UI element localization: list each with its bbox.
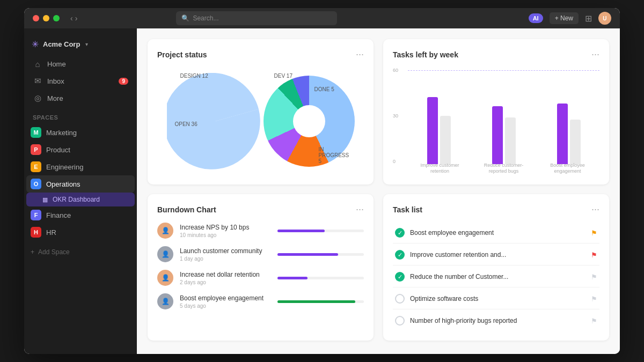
burndown-name-3: Increase net dollar retention (180, 271, 267, 278)
project-status-title: Project status (157, 50, 207, 59)
pie-chart-container: DEV 17 DONE 5 IN PROGRESS 5 DESIGN 12 OP… (157, 68, 364, 175)
traffic-lights (33, 15, 60, 21)
burndown-info-3: Increase net dollar retention 2 days ago (180, 271, 267, 285)
nav-arrows: ‹ › (70, 14, 77, 23)
burndown-name-4: Boost employee engagement (180, 294, 267, 302)
burndown-item-3: 👤 Increase net dollar retention 2 days a… (157, 270, 364, 286)
burndown-name-1: Increase NPS by 10 bps (180, 224, 267, 231)
home-icon: ⌂ (33, 60, 42, 69)
marketing-label: Marketing (46, 129, 77, 137)
sidebar-item-operations[interactable]: O Operations (26, 175, 135, 193)
bar-gray-3 (570, 120, 581, 164)
task-list-menu[interactable]: ··· (591, 204, 599, 215)
marketing-dot: M (31, 127, 41, 138)
task-check-2: ✓ (395, 250, 405, 260)
bar-gray-2 (505, 117, 516, 164)
sidebar-item-marketing[interactable]: M Marketing (26, 124, 135, 141)
sidebar-item-product[interactable]: P Product (26, 141, 135, 158)
task-item-2[interactable]: ✓ Improve customer retention and... ⚑ (393, 245, 599, 265)
tasks-week-menu[interactable]: ··· (591, 49, 599, 60)
burndown-fill-4 (277, 300, 355, 303)
burndown-track-4 (277, 300, 364, 303)
burndown-avatar-2: 👤 (157, 246, 173, 262)
task-check-4 (395, 294, 405, 304)
forward-button[interactable]: › (75, 14, 78, 23)
sidebar: ✳ Acme Corp ▾ ⌂ Home ✉ Inbox 9 ◎ More (24, 28, 137, 354)
hr-dot: H (31, 227, 41, 238)
task-list: ✓ Boost employee engagement ⚑ ✓ Improve … (393, 223, 599, 331)
back-button[interactable]: ‹ (70, 14, 73, 23)
search-bar[interactable]: 🔍 Search... (176, 11, 337, 25)
product-label: Product (46, 146, 70, 154)
avatar[interactable]: U (598, 12, 611, 25)
app-body: ✳ Acme Corp ▾ ⌂ Home ✉ Inbox 9 ◎ More (24, 28, 620, 354)
burndown-track-3 (277, 277, 364, 279)
new-button[interactable]: + New (550, 12, 579, 24)
add-space-button[interactable]: + Add Space (24, 245, 137, 259)
x-label-2: Reduce customer-reported bugs (472, 162, 536, 175)
burndown-track-2 (277, 253, 364, 256)
burndown-menu[interactable]: ··· (356, 204, 364, 215)
task-item-5[interactable]: Number of high-priority bugs reported ⚑ (393, 311, 599, 331)
minimize-button[interactable] (43, 15, 49, 21)
burndown-item-4: 👤 Boost employee engagement 5 days ago (157, 293, 364, 309)
home-label: Home (47, 60, 66, 68)
task-item-1[interactable]: ✓ Boost employee engagement ⚑ (393, 223, 599, 243)
burndown-time-4: 5 days ago (180, 303, 267, 309)
dashed-reference-line (408, 70, 599, 71)
task-check-1: ✓ (395, 228, 405, 238)
search-icon: 🔍 (181, 14, 189, 22)
burndown-item-1: 👤 Increase NPS by 10 bps 10 minutes ago (157, 223, 364, 239)
sidebar-item-finance[interactable]: F Finance (26, 206, 135, 224)
x-axis: Improve customerretention Reduce custome… (408, 162, 599, 175)
burndown-info-4: Boost employee engagement 5 days ago (180, 294, 267, 309)
bar-group-1 (408, 68, 470, 175)
sidebar-item-more[interactable]: ◎ More (28, 90, 133, 107)
bar-group-3 (538, 68, 599, 175)
more-label: More (47, 94, 63, 102)
spaces-label: Spaces (24, 107, 137, 124)
finance-dot: F (31, 210, 41, 220)
x-label-1: Improve customerretention (408, 162, 472, 175)
project-status-menu[interactable]: ··· (356, 49, 364, 60)
okr-dashboard-label: OKR Dashboard (53, 196, 100, 203)
ai-badge[interactable]: AI (529, 13, 543, 23)
grid-icon[interactable]: ⊞ (585, 13, 592, 24)
sidebar-item-hr[interactable]: H HR (26, 224, 135, 241)
burndown-header: Burndown Chart ··· (157, 204, 364, 215)
task-name-2: Improve customer retention and... (410, 251, 586, 258)
dashboard-grid: Project status ··· (148, 39, 609, 341)
bar-group-2 (473, 68, 535, 175)
sidebar-item-home[interactable]: ⌂ Home (28, 56, 133, 72)
project-status-card: Project status ··· (148, 39, 374, 184)
task-flag-2: ⚑ (591, 251, 597, 259)
finance-label: Finance (46, 211, 71, 219)
dev-label: DEV 17 (274, 73, 292, 79)
workspace-header[interactable]: ✳ Acme Corp ▾ (24, 35, 137, 56)
burndown-info-2: Launch customer community 1 day ago (180, 247, 267, 262)
maximize-button[interactable] (53, 15, 60, 21)
burndown-card: Burndown Chart ··· 👤 Increase NPS by 10 … (148, 194, 374, 341)
workspace-icon: ✳ (32, 39, 39, 49)
task-item-3[interactable]: ✓ Reduce the number of Customer... ⚑ (393, 267, 599, 287)
bar-purple-2 (492, 106, 503, 164)
burndown-fill-1 (277, 230, 325, 232)
inbox-badge: 9 (119, 78, 128, 85)
inbox-icon: ✉ (33, 76, 42, 86)
burndown-list: 👤 Increase NPS by 10 bps 10 minutes ago … (157, 223, 364, 309)
sidebar-item-inbox[interactable]: ✉ Inbox 9 (28, 72, 133, 90)
task-list-card: Task list ··· ✓ Boost employee engagemen… (383, 194, 609, 341)
sidebar-item-okr-dashboard[interactable]: ▦ OKR Dashboard (26, 193, 135, 206)
hr-label: HR (46, 228, 56, 237)
burndown-avatar-1: 👤 (157, 223, 173, 239)
bar-purple-1 (427, 97, 438, 164)
burndown-avatar-4: 👤 (157, 293, 173, 309)
close-button[interactable] (33, 15, 39, 21)
inbox-label: Inbox (47, 77, 64, 85)
burndown-time-1: 10 minutes ago (180, 232, 267, 238)
task-item-4[interactable]: Optimize software costs ⚑ (393, 289, 599, 309)
task-name-4: Optimize software costs (410, 295, 586, 302)
engineering-label: Engineering (46, 163, 83, 171)
sidebar-item-engineering[interactable]: E Engineering (26, 158, 135, 175)
burndown-track-1 (277, 230, 364, 232)
